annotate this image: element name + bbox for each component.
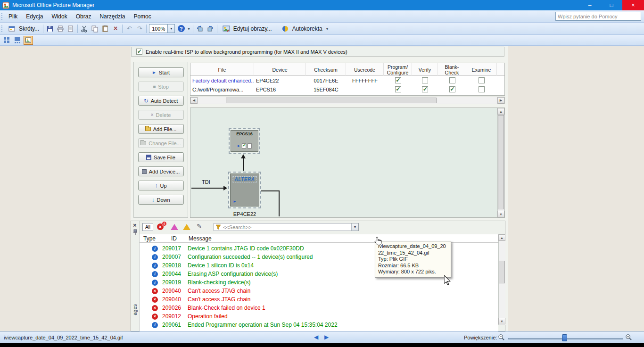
zoom-out-icon[interactable]	[498, 334, 505, 343]
delete-button[interactable]: ×Delete	[138, 110, 184, 120]
change-file-button[interactable]: Change File...	[138, 138, 184, 148]
menu-plik[interactable]: Plik	[4, 12, 22, 21]
add-device-button[interactable]: Add Device...	[138, 166, 184, 176]
single-view-button[interactable]	[24, 36, 33, 45]
col-device[interactable]: Device	[254, 63, 306, 76]
message-row[interactable]: ×209040Can't access JTAG chain	[140, 287, 498, 295]
message-column-header[interactable]: Message	[189, 235, 212, 242]
col-blank-check[interactable]: Blank- Check	[438, 63, 466, 76]
messages-vertical-scrollbar[interactable]: ▲ ▼	[498, 234, 505, 325]
type-column-header[interactable]: Type	[143, 235, 156, 242]
filmstrip-view-button[interactable]	[13, 36, 22, 45]
edit-images-button[interactable]: Edytuj obrazy...	[219, 23, 274, 34]
col-checksum[interactable]: Checksum	[306, 63, 346, 76]
id-column-header[interactable]: ID	[171, 235, 177, 242]
table-row[interactable]: C:/wolf/Programowa... EPCS16 15EF084C	[190, 85, 504, 94]
flash-device-epcs16[interactable]: EPCS16 ►	[229, 128, 260, 154]
delete-icon[interactable]: ×	[110, 24, 121, 33]
menu-narzedzia[interactable]: Narzędzia	[95, 12, 129, 21]
help-question-input[interactable]	[555, 12, 641, 21]
toolbar-grip[interactable]	[1, 13, 3, 20]
col-usercode[interactable]: Usercode	[346, 63, 384, 76]
menu-widok[interactable]: Widok	[47, 12, 71, 21]
table-horizontal-scrollbar[interactable]: ◀ ▶	[190, 97, 505, 104]
isp-checkbox[interactable]	[136, 49, 142, 55]
scrollbar-thumb[interactable]	[226, 98, 437, 103]
table-row[interactable]: Factory default enhanced... EP4CE22 0017…	[190, 76, 504, 85]
scroll-left-icon[interactable]: ◀	[190, 97, 198, 104]
message-row[interactable]: ×209040Can't access JTAG chain	[140, 295, 498, 304]
message-row[interactable]: ×209012Operation failed	[140, 312, 498, 321]
start-button[interactable]: ►Start	[138, 67, 184, 77]
undo-icon[interactable]: ↶	[124, 24, 134, 33]
verify-checkbox[interactable]	[422, 86, 428, 92]
down-button[interactable]: ↓Down	[138, 195, 184, 205]
auto-detect-button[interactable]: ↻Auto Detect	[138, 96, 184, 106]
menu-edycja[interactable]: Edycja	[22, 12, 47, 21]
program-checkbox[interactable]	[395, 77, 401, 83]
print-icon[interactable]	[55, 24, 66, 33]
filter-all-button[interactable]: All	[142, 223, 153, 231]
scroll-down-icon[interactable]: ▼	[498, 318, 505, 324]
zoom-in-icon[interactable]	[625, 334, 632, 343]
up-button[interactable]: ↑Up	[138, 181, 184, 190]
add-file-button[interactable]: Add File...	[138, 124, 184, 134]
help-icon[interactable]: ?	[176, 24, 186, 33]
pin-icon[interactable]	[133, 229, 138, 237]
down-icon: ↓	[151, 198, 154, 202]
stop-button[interactable]: ■Stop	[138, 82, 184, 91]
print-preview-icon[interactable]	[66, 24, 76, 33]
zoom-combo[interactable]: 100% ▾	[149, 24, 175, 33]
rotate-right-icon[interactable]	[205, 24, 215, 33]
close-panel-icon[interactable]: ×	[133, 222, 137, 229]
close-button[interactable]: ×	[622, 0, 644, 10]
examine-checkbox[interactable]	[479, 86, 485, 92]
scroll-down-icon[interactable]: ▼	[497, 211, 504, 217]
message-row[interactable]: i209061Ended Programmer operation at Sun…	[140, 321, 498, 329]
save-file-button[interactable]: Save File	[138, 152, 184, 162]
col-examine[interactable]: Examine	[466, 63, 497, 76]
col-file[interactable]: File	[190, 63, 254, 76]
scroll-up-icon[interactable]: ▲	[498, 234, 505, 241]
menu-pomoc[interactable]: Pomoc	[129, 12, 155, 21]
blank-check-checkbox[interactable]	[449, 86, 455, 92]
zoom-slider-thumb[interactable]	[562, 334, 567, 341]
previous-image-button[interactable]: ◀	[314, 334, 318, 340]
col-program-configure[interactable]: Program/ Configure	[384, 63, 412, 76]
verify-checkbox[interactable]	[422, 77, 428, 83]
scrollbar-thumb[interactable]	[498, 115, 504, 209]
scroll-right-icon[interactable]: ▶	[497, 97, 504, 104]
thumbnail-view-button[interactable]	[2, 36, 11, 45]
fpga-device-ep4ce22[interactable]: ALTERA ►	[228, 172, 261, 208]
cut-icon[interactable]	[79, 24, 90, 33]
save-icon[interactable]	[45, 24, 55, 33]
copy-icon[interactable]	[90, 24, 100, 33]
toolbar-grip[interactable]	[1, 25, 3, 33]
chevron-down-icon[interactable]: ▾	[167, 25, 174, 33]
program-checkbox[interactable]	[395, 86, 401, 92]
paste-icon[interactable]	[100, 24, 110, 33]
message-search-combo[interactable]: <<Search>> ▾	[214, 223, 359, 231]
diagram-vertical-scrollbar[interactable]: ▲ ▼	[497, 108, 504, 217]
rotate-left-icon[interactable]	[195, 24, 205, 33]
critical-warning-filter-icon[interactable]	[171, 224, 178, 230]
scroll-up-icon[interactable]: ▲	[497, 108, 504, 115]
autocorrect-button[interactable]: Autokorekta	[278, 23, 325, 34]
toolbar-overflow-icon[interactable]: ▾	[325, 26, 330, 31]
menu-obraz[interactable]: Obraz	[72, 12, 96, 21]
redo-icon[interactable]: ↷	[134, 24, 145, 33]
minimize-button[interactable]: –	[579, 0, 601, 10]
next-image-button[interactable]: ▶	[324, 334, 329, 340]
message-row[interactable]: ×209026Blank-Check failed on device 1	[140, 304, 498, 312]
examine-checkbox[interactable]	[479, 77, 485, 83]
maximize-button[interactable]: □	[601, 0, 622, 10]
toolbar-overflow-icon[interactable]: ▾	[186, 26, 191, 31]
chevron-down-icon[interactable]: ▾	[351, 223, 358, 231]
col-verify[interactable]: Verify	[412, 63, 438, 76]
annotation-filter-icon[interactable]: ✎	[197, 223, 202, 230]
scrollbar-thumb[interactable]	[499, 261, 505, 283]
shortcuts-button[interactable]: Skróty...	[4, 23, 41, 34]
message-text: Can't access JTAG chain	[188, 296, 250, 303]
warning-filter-icon[interactable]	[183, 224, 190, 230]
blank-check-checkbox[interactable]	[449, 77, 455, 83]
